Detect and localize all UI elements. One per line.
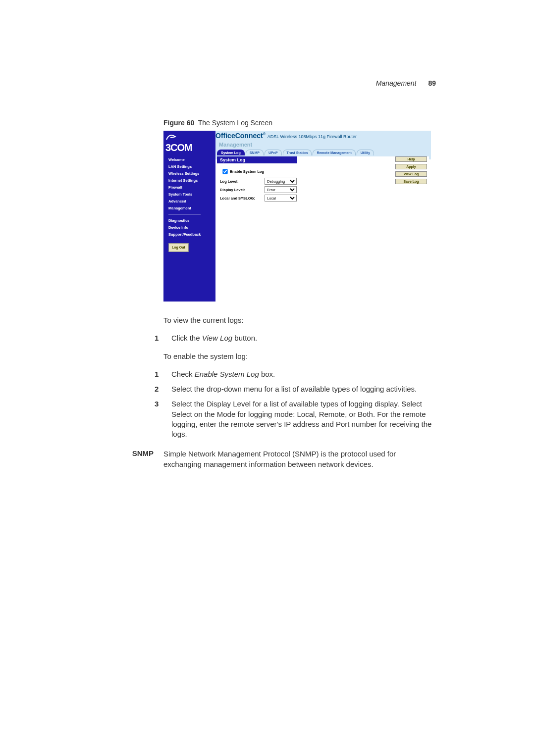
sidebar: 3COM Welcome LAN Settings Wireless Setti… [163,131,215,302]
page: Management 89 Figure 60 The System Log S… [0,0,535,756]
nav-wireless-settings[interactable]: Wireless Settings [168,170,201,177]
section-subtitle: Management [219,142,252,148]
logout-button[interactable]: Log Out [168,243,189,252]
swirl-icon [165,134,177,141]
tab-trust-station[interactable]: Trust Station [283,150,312,155]
product-banner: OfficeConnect® ADSL Wireless 108Mbps 11g… [215,132,357,140]
tab-remote-management[interactable]: Remote Management [313,150,355,155]
row-local-syslog: Local and SYSLOG: Local [220,195,426,202]
list-item: Check Enable System Log box. [163,369,436,379]
nav-internet-settings[interactable]: Internet Settings [168,177,201,184]
tab-upnp[interactable]: UPnP [265,150,282,155]
page-number: 89 [428,79,436,87]
list-item: Click the View Log button. [163,333,436,343]
local-syslog-select[interactable]: Local [265,195,297,202]
local-syslog-label: Local and SYSLOG: [220,196,265,201]
nav-advanced[interactable]: Advanced [168,198,201,205]
side-buttons: Help Apply View Log Save Log [395,156,427,184]
screenshot-system-log: 3COM Welcome LAN Settings Wireless Setti… [163,131,431,302]
banner-main: OfficeConnect [215,132,263,140]
banner-tail: ADSL Wireless 108Mbps 11g Firewall Route… [268,134,357,139]
running-head: Management 89 [376,79,436,87]
row-display-level: Display Level: Error [220,186,426,193]
tab-system-log[interactable]: System Log [217,150,245,155]
nav-support-feedback[interactable]: Support/Feedback [168,231,201,238]
nav-system-tools[interactable]: System Tools [168,191,201,198]
nav-diagnostics[interactable]: Diagnostics [168,217,201,224]
save-log-button[interactable]: Save Log [395,179,427,184]
body-text-2: To enable the system log: [163,352,436,361]
list-enable-log: Check Enable System Log box. Select the … [114,369,436,440]
nav-divider [168,214,201,214]
section-snmp: SNMP Simple Network Management Protocol … [114,449,436,469]
brand-logo: 3COM [165,131,192,153]
log-level-select[interactable]: Debugging [265,178,297,185]
enable-system-log-label: Enable System Log [230,169,274,174]
enable-system-log-checkbox[interactable] [222,169,227,174]
nav-management[interactable]: Management [168,205,201,212]
nav-firewall[interactable]: Firewall [168,184,201,191]
display-level-select[interactable]: Error [265,186,297,193]
brand-text: 3COM [165,142,192,153]
running-head-title: Management [376,79,417,87]
log-level-label: Log Level: [220,179,265,184]
list-item: Select the Display Level for a list of a… [163,399,436,439]
p-view-logs: To view the current logs: [163,315,436,325]
panel-title: System Log [217,156,297,163]
nav-lan-settings[interactable]: LAN Settings [168,163,201,170]
tab-utility[interactable]: Utility [357,150,374,155]
figure-title: The System Log Screen [198,119,272,127]
snmp-heading: SNMP [114,449,163,469]
nav-welcome[interactable]: Welcome [168,156,201,163]
list-item: Select the drop-down menu for a list of … [163,384,436,394]
help-button[interactable]: Help [395,156,427,162]
body-text-1: To view the current logs: [163,315,436,325]
snmp-body: Simple Network Management Protocol (SNMP… [163,449,436,469]
nav-device-info[interactable]: Device Info [168,224,201,231]
figure-caption: Figure 60 The System Log Screen [163,119,436,127]
tab-bar: System Log SNMP UPnP Trust Station Remot… [217,150,375,155]
display-level-label: Display Level: [220,188,265,192]
tab-snmp[interactable]: SNMP [246,150,264,155]
p-enable-log: To enable the system log: [163,352,436,361]
list-view-logs: Click the View Log button. [114,333,436,343]
view-log-button[interactable]: View Log [395,171,427,177]
figure-label: Figure 60 [163,119,194,127]
nav-list: Welcome LAN Settings Wireless Settings I… [168,156,201,252]
apply-button[interactable]: Apply [395,164,427,169]
